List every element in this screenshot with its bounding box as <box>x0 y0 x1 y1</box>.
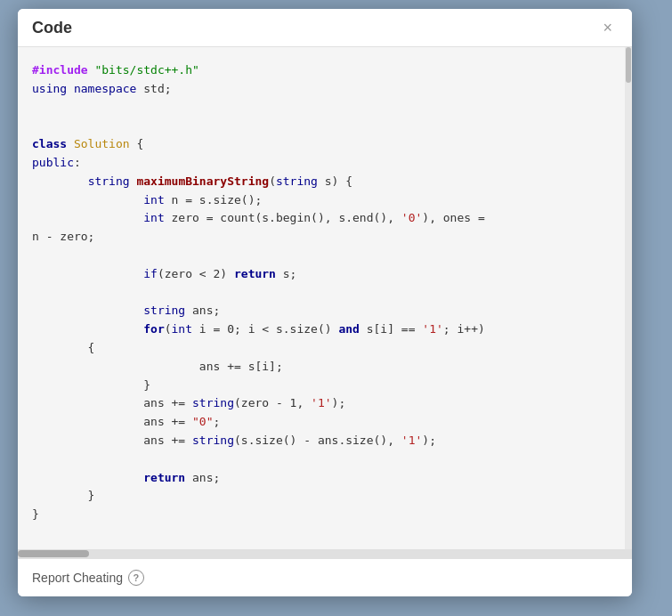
modal: Code × #include "bits/stdc++.h" using na… <box>18 9 632 596</box>
h-scrollbar-thumb <box>18 550 89 557</box>
modal-title: Code <box>32 19 72 37</box>
scrollbar-thumb <box>626 47 631 83</box>
backdrop: Code × #include "bits/stdc++.h" using na… <box>0 0 672 616</box>
code-block: #include "bits/stdc++.h" using namespace… <box>32 61 618 524</box>
code-area[interactable]: #include "bits/stdc++.h" using namespace… <box>18 47 632 549</box>
modal-header: Code × <box>18 9 632 47</box>
modal-footer: Report Cheating ? <box>18 558 632 596</box>
horizontal-scrollbar[interactable] <box>18 549 632 558</box>
report-label: Report Cheating <box>32 571 123 585</box>
report-cheating-button[interactable]: Report Cheating ? <box>32 570 144 586</box>
help-icon: ? <box>128 570 144 586</box>
vertical-scrollbar[interactable] <box>625 47 632 549</box>
close-button[interactable]: × <box>597 18 618 37</box>
